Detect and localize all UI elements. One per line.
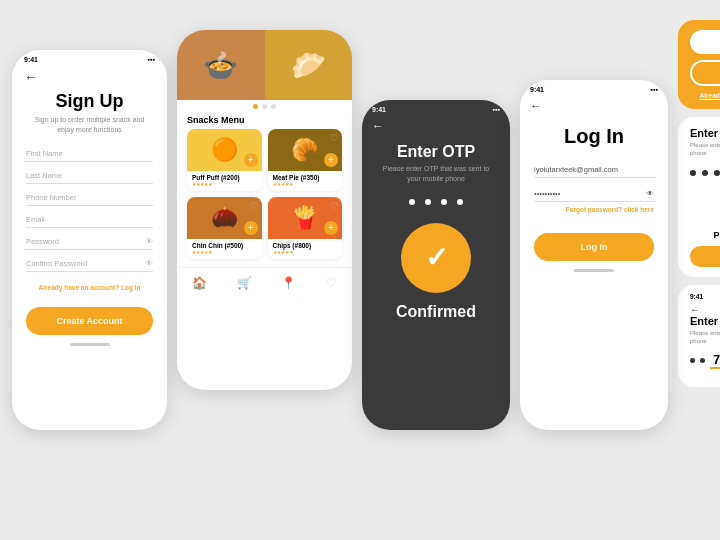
home-nav-icon[interactable]: 🏠 bbox=[192, 276, 207, 290]
click-here-link[interactable]: click here bbox=[624, 206, 654, 213]
otp-confirmed-time: 9:41 bbox=[372, 106, 386, 113]
heart-icon-4[interactable]: ♡ bbox=[330, 201, 338, 211]
food-hero: 🍲 🥟 bbox=[177, 30, 352, 100]
login-email-field[interactable]: iyoiutarxteek@gmail.com bbox=[534, 162, 654, 178]
hero-img-1: 🍲 bbox=[177, 30, 265, 100]
confirm-password-field[interactable]: Confirm Password 👁 bbox=[26, 256, 153, 272]
confirmed-text: Confirmed bbox=[362, 303, 510, 321]
location-nav-icon[interactable]: 📍 bbox=[281, 276, 296, 290]
add-btn-2[interactable]: + bbox=[324, 153, 338, 167]
snack-grid: 🟠 ♡ + Puff Puff (#200) ★★★★★ 🥐 ♡ + Meat … bbox=[177, 129, 352, 259]
otp-partial-dot-1 bbox=[690, 170, 696, 176]
cart-nav-icon[interactable]: 🛒 bbox=[237, 276, 252, 290]
otp-bottom-status-bar: 9:41 ▪▪ bbox=[690, 293, 720, 300]
otp-bottom-time: 9:41 bbox=[690, 293, 703, 300]
snack-card-3[interactable]: 🌰 ♡ + Chin Chin (#500) ★★★★★ bbox=[187, 197, 262, 259]
lastname-field[interactable]: Last Name bbox=[26, 168, 153, 184]
canvas: 9:41 ▪▪▪ ← Sign Up Sign up to order mult… bbox=[0, 0, 720, 540]
home-indicator-login bbox=[574, 269, 614, 272]
bottom-nav: 🏠 🛒 📍 ♡ bbox=[177, 267, 352, 296]
snack-info-2: Meat Pie (#350) ★★★★★ bbox=[268, 171, 343, 191]
add-btn-4[interactable]: + bbox=[324, 221, 338, 235]
otp-bottom-resend-row: Didn't receive OTP? Resend bbox=[690, 373, 720, 379]
snack-card-4[interactable]: 🍟 ♡ + Chips (#800) ★★★★★ bbox=[268, 197, 343, 259]
right-panels: Quick Order Sign UP Already have an acco… bbox=[678, 20, 720, 387]
login-email-value: iyoiutarxteek@gmail.com bbox=[534, 165, 618, 174]
create-account-button[interactable]: Create Account bbox=[26, 307, 153, 335]
stars-2: ★★★★★ bbox=[273, 181, 338, 187]
login-password-field[interactable]: •••••••••• 👁 bbox=[534, 186, 654, 202]
snack-info-3: Chin Chin (#500) ★★★★★ bbox=[187, 239, 262, 259]
email-field[interactable]: Email bbox=[26, 212, 153, 228]
login-title: Log In bbox=[520, 125, 668, 148]
dot-3[interactable] bbox=[271, 104, 276, 109]
otp-bottom-sub: Please enter OTP that was sent mobile ph… bbox=[690, 329, 720, 346]
login-back-button[interactable]: ← bbox=[520, 95, 668, 117]
heart-icon-1[interactable]: ♡ bbox=[250, 133, 258, 143]
snacks-menu-title: Snacks Menu bbox=[177, 113, 352, 129]
otp-bottom-back[interactable]: ← bbox=[690, 304, 720, 315]
phone-login: 9:41 ▪▪▪ ← Log In iyoiutarxteek@gmail.co… bbox=[520, 80, 668, 430]
login-status-bar: 9:41 ▪▪▪ bbox=[520, 80, 668, 95]
hero-img-2: 🥟 bbox=[265, 30, 353, 100]
back-button-signup[interactable]: ← bbox=[12, 65, 167, 89]
otp-bottom-num[interactable]: 7 bbox=[710, 352, 720, 369]
forgot-password-row: Forgot password? click here bbox=[520, 202, 668, 213]
snack-card-2[interactable]: 🥐 ♡ + Meat Pie (#350) ★★★★★ bbox=[268, 129, 343, 191]
otp-dot-2 bbox=[425, 199, 431, 205]
snack-name-4: Chips (#800) bbox=[273, 242, 338, 249]
check-icon: ✓ bbox=[425, 241, 448, 274]
snack-name-3: Chin Chin (#500) bbox=[192, 242, 257, 249]
firstname-field[interactable]: First Name bbox=[26, 146, 153, 162]
snack-card-1[interactable]: 🟠 ♡ + Puff Puff (#200) ★★★★★ bbox=[187, 129, 262, 191]
heart-icon-3[interactable]: ♡ bbox=[250, 201, 258, 211]
login-fields: iyoiutarxteek@gmail.com •••••••••• 👁 bbox=[520, 162, 668, 202]
snack-img-1: 🟠 ♡ + bbox=[187, 129, 262, 171]
signup-yellow-button[interactable]: Sign UP bbox=[690, 60, 720, 86]
phone-snacks: 🍲 🥟 Snacks Menu 🟠 ♡ + Puff Puff (#200) ★… bbox=[177, 30, 352, 390]
stars-1: ★★★★★ bbox=[192, 181, 257, 187]
otp-dot-4 bbox=[457, 199, 463, 205]
firstname-label: First Name bbox=[26, 149, 63, 158]
home-indicator-signup bbox=[70, 343, 110, 346]
quick-order-button[interactable]: Quick Order bbox=[690, 30, 720, 54]
otp-confirmed-back[interactable]: ← bbox=[362, 115, 510, 137]
quick-order-already-row: Already have an account? Log in bbox=[690, 92, 720, 99]
signup-title: Sign Up bbox=[12, 91, 167, 112]
otp-confirmed-status-bar: 9:41 ▪▪▪ bbox=[362, 100, 510, 115]
otp-partial-dot-2 bbox=[702, 170, 708, 176]
dot-1[interactable] bbox=[253, 104, 258, 109]
lastname-label: Last Name bbox=[26, 171, 62, 180]
heart-icon-2[interactable]: ♡ bbox=[330, 133, 338, 143]
otp-bottom-title: Enter OTP bbox=[690, 315, 720, 327]
add-btn-1[interactable]: + bbox=[244, 153, 258, 167]
email-label: Email bbox=[26, 215, 45, 224]
snack-name-1: Puff Puff (#200) bbox=[192, 174, 257, 181]
login-icons: ▪▪▪ bbox=[651, 86, 658, 93]
dot-2[interactable] bbox=[262, 104, 267, 109]
otp-bottom-inputs: 7 bbox=[690, 352, 720, 369]
quick-already-text: Already have an account? bbox=[700, 92, 720, 99]
login-link-signup[interactable]: Log In bbox=[121, 284, 141, 291]
eye-icon-confirm[interactable]: 👁 bbox=[145, 259, 153, 268]
otp-partial-inputs: 7 bbox=[690, 164, 720, 182]
favorites-nav-icon[interactable]: ♡ bbox=[326, 276, 337, 290]
login-password-value: •••••••••• bbox=[534, 189, 560, 198]
otp-partial-dot-3 bbox=[714, 170, 720, 176]
otp-bottom-dot-2 bbox=[700, 358, 705, 363]
phone-field[interactable]: Phone Number bbox=[26, 190, 153, 206]
already-account-text: Already have an account? Log In bbox=[12, 284, 167, 291]
eye-icon-login[interactable]: 👁 bbox=[646, 189, 654, 198]
login-button[interactable]: Log In bbox=[534, 233, 654, 261]
eye-icon-password[interactable]: 👁 bbox=[145, 237, 153, 246]
password-field[interactable]: Password 👁 bbox=[26, 234, 153, 250]
snack-img-4: 🍟 ♡ + bbox=[268, 197, 343, 239]
payment-success-text: Payment Succe... bbox=[690, 230, 720, 240]
stars-4: ★★★★★ bbox=[273, 249, 338, 255]
add-btn-3[interactable]: + bbox=[244, 221, 258, 235]
password-label: Password bbox=[26, 237, 59, 246]
confirm-partial-button[interactable]: Confirm O... bbox=[690, 246, 720, 267]
phone-signup: 9:41 ▪▪▪ ← Sign Up Sign up to order mult… bbox=[12, 50, 167, 430]
signup-subtitle: Sign up to order multiple snack and enjo… bbox=[12, 112, 167, 138]
confirmed-circle: ✓ bbox=[401, 223, 471, 293]
